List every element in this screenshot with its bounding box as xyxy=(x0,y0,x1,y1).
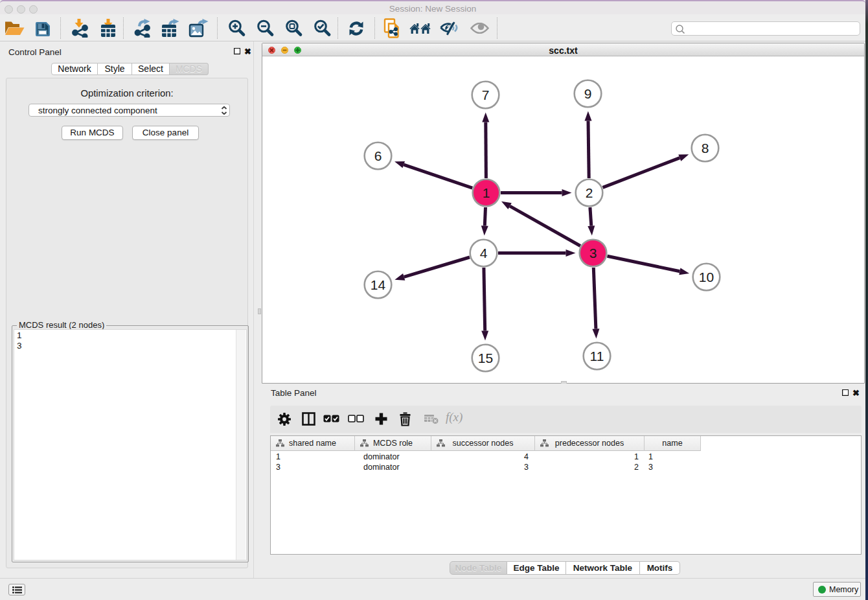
svg-text:7: 7 xyxy=(482,87,490,102)
svg-text:10: 10 xyxy=(699,270,714,284)
svg-text:1: 1 xyxy=(483,185,490,200)
svg-text:15: 15 xyxy=(478,351,493,365)
svg-text:8: 8 xyxy=(702,141,709,156)
svg-text:9: 9 xyxy=(584,86,592,101)
svg-text:11: 11 xyxy=(590,349,604,363)
svg-text:4: 4 xyxy=(480,246,488,260)
svg-text:3: 3 xyxy=(589,246,597,260)
svg-text:14: 14 xyxy=(371,277,386,292)
svg-text:6: 6 xyxy=(374,148,382,163)
svg-text:2: 2 xyxy=(586,185,593,200)
